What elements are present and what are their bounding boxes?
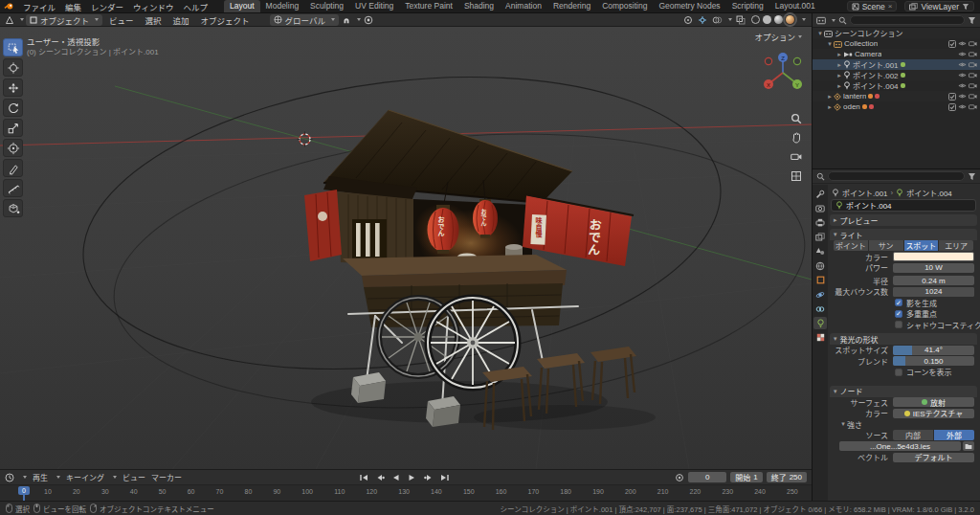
current-frame-field[interactable]: 0 (688, 472, 726, 482)
tab-tool[interactable] (813, 188, 827, 200)
file-browse-icon[interactable] (963, 441, 974, 451)
xray-toggle-icon[interactable] (735, 14, 746, 26)
overlays-icon[interactable] (711, 14, 723, 26)
jump-to-end-button[interactable] (437, 472, 452, 483)
spot-size-field[interactable]: 41.4° (893, 346, 974, 355)
gizmo-y-neg-axis[interactable] (793, 57, 800, 64)
outliner-row-oden[interactable]: ▸ oden (813, 101, 980, 112)
workspace-tab-geometrynodes[interactable]: Geometry Nodes (653, 0, 725, 12)
light-type-spot[interactable]: スポット (904, 240, 940, 251)
tab-object[interactable] (813, 274, 827, 286)
power-field[interactable]: 10 W (893, 263, 974, 273)
current-frame-marker[interactable]: 0 (18, 486, 30, 502)
gizmo-toggle-icon[interactable] (697, 14, 708, 26)
workspace-tab-texturepaint[interactable]: Texture Paint (399, 0, 458, 12)
outliner-row-point-001[interactable]: ▸ ポイント.001 (813, 59, 980, 70)
max-bounces-field[interactable]: 1024 (893, 287, 974, 297)
menu-viewport-object[interactable]: オブジェクト (196, 14, 255, 26)
viewlayer-selector[interactable]: ViewLayer (904, 1, 974, 11)
prev-keyframe-button[interactable] (372, 472, 387, 483)
ies-texture-button[interactable]: IESテクスチャ (893, 409, 974, 418)
light-type-sun[interactable]: サン (869, 240, 904, 251)
workspace-tab-layout001[interactable]: Layout.001 (769, 0, 821, 12)
menu-viewport-add[interactable]: 追加 (168, 14, 194, 26)
tool-transform[interactable] (3, 139, 23, 157)
section-beam-shape[interactable]: 発光の形状 (830, 333, 977, 345)
search-icon[interactable] (816, 172, 825, 181)
scene-unlink-icon[interactable]: × (888, 2, 893, 11)
surface-node-button[interactable]: 放射 (893, 397, 974, 407)
menu-help[interactable]: ヘルプ (179, 1, 213, 12)
outliner-search-input[interactable] (850, 15, 965, 25)
menu-viewport-select[interactable]: 選択 (141, 14, 167, 26)
menu-file[interactable]: ファイル (18, 1, 60, 12)
menu-window[interactable]: ウィンドウ (128, 1, 179, 12)
workspace-tab-uvediting[interactable]: UV Editing (349, 0, 399, 12)
workspace-tab-shading[interactable]: Shading (458, 0, 500, 12)
tool-annotate[interactable] (3, 159, 23, 177)
shading-solid-icon[interactable] (763, 15, 771, 24)
outliner-row-camera[interactable]: ▸ Camera (813, 49, 980, 59)
section-light[interactable]: ライト (830, 229, 977, 240)
gizmo-x-neg-axis[interactable] (765, 57, 771, 64)
proportional-editing-icon[interactable] (363, 14, 374, 26)
tool-scale[interactable] (3, 119, 23, 137)
outliner-editor-icon[interactable] (816, 15, 826, 25)
tool-cursor[interactable] (3, 58, 23, 77)
tool-select-box[interactable] (3, 38, 23, 56)
radius-field[interactable]: 0.24 m (893, 276, 974, 285)
tool-measure[interactable] (3, 179, 23, 197)
hide-eye-icon[interactable] (958, 51, 967, 57)
workspace-tab-scripting[interactable]: Scripting (726, 0, 769, 12)
next-keyframe-button[interactable] (421, 472, 435, 483)
viewlayer-filter-icon[interactable] (962, 3, 969, 11)
menu-timeline-view[interactable]: ビュー (122, 472, 145, 482)
filter-icon[interactable] (968, 16, 976, 25)
light-type-point[interactable]: ポイント (834, 240, 869, 251)
menu-viewport-view[interactable]: ビュー (104, 14, 139, 26)
tab-render[interactable] (813, 202, 827, 214)
options-dropdown[interactable]: オプション (754, 31, 802, 42)
noren-curtain-left[interactable] (304, 190, 342, 261)
transform-orientation-dropdown[interactable]: グローバル (270, 14, 339, 26)
workspace-tab-modeling[interactable]: Modeling (260, 0, 305, 12)
tool-move[interactable] (3, 78, 23, 97)
outliner-row-lantern[interactable]: ▸ lantern (813, 91, 980, 101)
ies-file-field[interactable]: ...One...5e4d3.ies (839, 441, 961, 451)
workspace-tab-sculpting[interactable]: Sculpting (304, 0, 349, 12)
play-button[interactable] (405, 472, 419, 483)
disable-render-icon[interactable] (969, 82, 977, 89)
workspace-tab-animation[interactable]: Animation (500, 0, 547, 12)
breadcrumb-data[interactable]: ポイント.004 (906, 188, 952, 198)
source-external[interactable]: 外部 (934, 430, 974, 440)
disable-render-icon[interactable] (969, 103, 977, 110)
source-internal[interactable]: 内部 (893, 430, 934, 440)
exclude-checkbox-icon[interactable] (948, 93, 956, 101)
editor-type-icon[interactable] (4, 14, 15, 26)
menu-edit[interactable]: 編集 (60, 1, 86, 12)
tab-constraints[interactable] (813, 302, 827, 315)
hide-eye-icon[interactable] (958, 93, 967, 100)
show-cone-checkbox[interactable] (895, 369, 902, 376)
disable-render-icon[interactable] (969, 51, 977, 57)
tab-object-data-light[interactable] (813, 317, 827, 329)
hide-eye-icon[interactable] (958, 82, 967, 89)
cast-shadow-checkbox[interactable]: ✓ (895, 299, 902, 306)
tool-add-cube[interactable] (3, 199, 23, 217)
outliner-row-point-004[interactable]: ▸ ポイント.004 (813, 80, 980, 91)
hide-eye-icon[interactable] (958, 40, 967, 47)
tab-texture[interactable] (813, 331, 827, 344)
timeline-ruler[interactable]: 0 10 20 30 40 50 60 70 80 90 100 110 120… (0, 484, 812, 501)
disable-render-icon[interactable] (969, 61, 977, 68)
tool-rotate[interactable] (3, 99, 23, 117)
shading-wireframe-icon[interactable] (751, 15, 760, 24)
tab-view-layer[interactable] (813, 231, 827, 243)
light-color-swatch[interactable] (893, 252, 974, 261)
camera-view-icon[interactable] (789, 149, 803, 164)
mis-checkbox[interactable]: ✓ (895, 310, 902, 318)
jump-to-start-button[interactable] (356, 472, 370, 483)
disable-render-icon[interactable] (969, 72, 977, 78)
shading-material-icon[interactable] (774, 15, 783, 24)
navigation-gizmo[interactable]: Z X Y (758, 48, 808, 98)
light-type-area[interactable]: エリア (939, 240, 973, 251)
